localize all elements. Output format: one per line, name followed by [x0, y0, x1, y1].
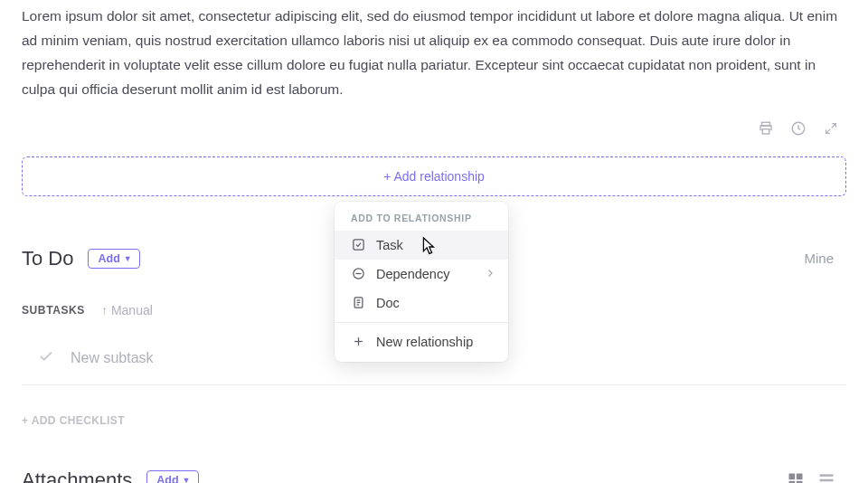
- chevron-down-icon: ▼: [183, 476, 191, 484]
- add-checklist-button[interactable]: + ADD CHECKLIST: [22, 414, 846, 427]
- svg-rect-3: [353, 240, 363, 250]
- check-icon: [38, 348, 54, 368]
- add-relationship-button[interactable]: + Add relationship: [22, 156, 846, 196]
- action-icons-row: [22, 115, 846, 146]
- subtasks-label: SUBTASKS: [22, 304, 85, 317]
- add-label: Add: [98, 252, 119, 265]
- attachments-add-button[interactable]: Add ▼: [146, 470, 198, 484]
- chevron-right-icon: [485, 267, 495, 281]
- list-view-icon[interactable]: [817, 471, 835, 484]
- mine-filter[interactable]: Mine: [804, 251, 846, 266]
- dropdown-header: ADD TO RELATIONSHIP: [335, 213, 508, 231]
- history-icon[interactable]: [790, 120, 807, 137]
- svg-rect-12: [789, 473, 796, 479]
- dropdown-divider: [335, 322, 508, 323]
- grid-view-icon[interactable]: [787, 471, 805, 484]
- attachments-title: Attachments: [22, 469, 132, 484]
- task-checkbox-icon: [351, 238, 365, 252]
- dropdown-item-label: New relationship: [376, 335, 473, 349]
- chevron-down-icon: ▼: [124, 254, 132, 263]
- svg-rect-16: [820, 474, 834, 477]
- plus-icon: [351, 335, 365, 349]
- todo-add-button[interactable]: Add ▼: [88, 249, 139, 269]
- dependency-icon: [351, 267, 365, 281]
- dropdown-item-new-relationship[interactable]: New relationship: [335, 327, 508, 356]
- task-description: Lorem ipsum dolor sit amet, consectetur …: [22, 0, 846, 115]
- todo-title: To Do: [22, 247, 73, 270]
- doc-icon: [351, 296, 365, 310]
- dropdown-item-label: Doc: [376, 296, 400, 310]
- dropdown-item-doc[interactable]: Doc: [335, 289, 508, 317]
- relationship-dropdown: ADD TO RELATIONSHIP Task Dependency Doc: [335, 202, 508, 362]
- attachments-section-row: Attachments Add ▼: [22, 469, 846, 484]
- sort-label: Manual: [111, 303, 153, 317]
- add-label: Add: [156, 474, 178, 484]
- svg-rect-17: [820, 478, 834, 481]
- subtask-placeholder: New subtask: [71, 350, 154, 366]
- svg-rect-1: [762, 128, 769, 133]
- view-toggles: [787, 471, 846, 484]
- svg-rect-13: [797, 473, 803, 479]
- sort-manual[interactable]: ↑ Manual: [101, 303, 153, 317]
- sort-arrow-icon: ↑: [101, 303, 108, 317]
- dropdown-item-dependency[interactable]: Dependency: [335, 260, 508, 289]
- dropdown-item-label: Dependency: [376, 267, 449, 281]
- expand-icon[interactable]: [823, 120, 839, 137]
- print-icon[interactable]: [758, 120, 774, 137]
- dropdown-item-label: Task: [376, 238, 403, 252]
- dropdown-item-task[interactable]: Task: [335, 231, 508, 260]
